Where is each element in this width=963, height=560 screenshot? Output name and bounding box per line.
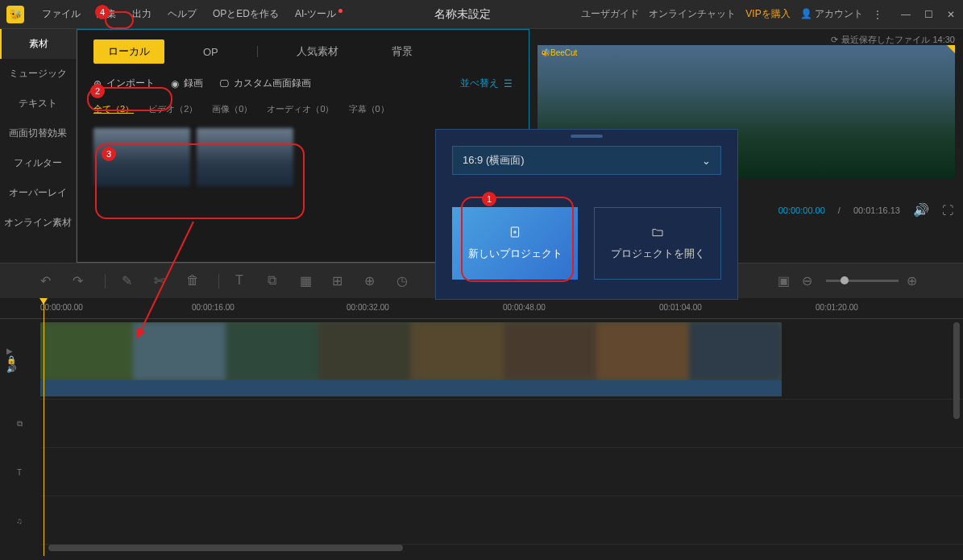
menu-file[interactable]: ファイル (34, 7, 89, 21)
sidebar-item-music[interactable]: ミュージック (0, 59, 76, 89)
video-track-icon: ▶🔒🔊 (6, 346, 16, 372)
redo-icon[interactable]: ↷ (73, 273, 89, 289)
pip-track[interactable]: ⧉ (40, 400, 963, 448)
project-title: 名称未設定 (344, 7, 581, 22)
audio-waveform[interactable] (40, 380, 782, 396)
grid-icon[interactable]: ⊞ (332, 273, 348, 289)
annotation-number-4: 4 (95, 5, 110, 19)
window-maximize[interactable]: ☐ (923, 9, 934, 20)
audio-track-icon: ♫ (3, 516, 35, 525)
ruler-tick: 00:01:20.00 (816, 303, 858, 312)
annotation-number-2: 2 (90, 84, 105, 98)
link-account[interactable]: 👤 アカウント (800, 7, 863, 21)
text-track-icon: T (3, 467, 35, 476)
zoom-in-icon[interactable]: ⊕ (907, 273, 923, 289)
undo-icon[interactable]: ↶ (40, 273, 56, 289)
custom-record-button[interactable]: 🖵 カスタム画面録画 (219, 77, 311, 90)
filter-audio[interactable]: オーディオ（0） (267, 103, 334, 115)
filter-all[interactable]: 全て（2） (93, 103, 134, 115)
menu-op-ed[interactable]: OPとEDを作る (205, 7, 287, 21)
new-project-button[interactable]: 新しいプロジェクト (452, 207, 578, 280)
link-vip[interactable]: VIPを購入 (745, 7, 790, 21)
watermark: 🐝BeeCut (541, 48, 577, 57)
time-separator: / (838, 205, 841, 215)
fit-icon[interactable]: ▣ (778, 273, 794, 289)
window-close[interactable]: ✕ (945, 9, 957, 20)
ruler-tick: 00:00:16.00 (192, 303, 235, 312)
media-tab-local[interactable]: ローカル (93, 39, 164, 64)
video-clip[interactable] (40, 322, 782, 380)
mosaic-icon[interactable]: ▦ (300, 273, 316, 289)
volume-icon[interactable]: 🔊 (913, 202, 929, 218)
sidebar-item-media[interactable]: 素材 (0, 29, 76, 59)
timeline: 00:00:00.00 00:00:16.00 00:00:32.00 00:0… (0, 298, 963, 556)
media-tab-popular[interactable]: 人気素材 (282, 39, 353, 64)
file-plus-icon (508, 226, 521, 239)
edit-icon[interactable]: ✎ (122, 273, 138, 289)
crop-icon[interactable]: ⧉ (268, 273, 284, 289)
cut-icon[interactable]: ✄ (154, 273, 170, 289)
audio-track[interactable]: ♫ (40, 496, 963, 545)
timeline-ruler[interactable]: 00:00:00.00 00:00:16.00 00:00:32.00 00:0… (0, 298, 963, 319)
zoom-slider[interactable] (826, 280, 899, 282)
kebab-menu-icon[interactable]: ⋮ (873, 9, 882, 20)
sidebar-item-filter[interactable]: フィルター (0, 148, 76, 178)
ruler-tick: 00:01:04.00 (659, 303, 702, 312)
sidebar-item-overlay[interactable]: オーバーレイ (0, 178, 76, 208)
record-button[interactable]: ◉ 録画 (171, 77, 203, 90)
left-sidebar: 素材 ミュージック テキスト 画面切替効果 フィルター オーバーレイ オンライン… (0, 29, 77, 263)
zoom-out-icon[interactable]: ⊖ (802, 273, 818, 289)
media-tab-op[interactable]: OP (189, 41, 233, 63)
link-online-chat[interactable]: オンラインチャット (649, 7, 736, 21)
current-time: 00:00:00.00 (778, 205, 825, 215)
zoom-icon[interactable]: ⊕ (364, 273, 380, 289)
ruler-tick: 00:00:32.00 (347, 303, 389, 312)
filter-subtitle[interactable]: 字幕（0） (349, 103, 389, 115)
text-icon[interactable]: T (235, 273, 251, 289)
app-logo: 🐝 (6, 6, 24, 23)
menu-ai-tools[interactable]: AI-ツール (287, 7, 344, 21)
menu-export[interactable]: 出力 (124, 7, 160, 21)
window-minimize[interactable]: — (900, 9, 911, 20)
annotation-number-1: 1 (482, 192, 496, 206)
total-time: 00:01:16.13 (853, 205, 900, 215)
text-track[interactable]: T (40, 448, 963, 496)
sidebar-item-transition[interactable]: 画面切替効果 (0, 118, 76, 148)
modal-drag-handle[interactable] (571, 135, 603, 138)
speed-icon[interactable]: ◷ (396, 273, 413, 289)
titlebar: 🐝 ファイル 編集 出力 ヘルプ OPとEDを作る AI-ツール 名称未設定 ユ… (0, 0, 963, 29)
menu-help[interactable]: ヘルプ (160, 7, 205, 21)
sidebar-item-text[interactable]: テキスト (0, 89, 76, 118)
sort-button[interactable]: 並べ替え ☰ (460, 77, 513, 90)
open-project-button[interactable]: プロジェクトを開く (594, 207, 721, 280)
sidebar-item-online[interactable]: オンライン素材 (0, 208, 76, 238)
folder-icon (651, 226, 664, 239)
vertical-scrollbar[interactable] (953, 322, 960, 419)
ruler-tick: 00:00:48.00 (503, 303, 546, 312)
aspect-ratio-select[interactable]: 16:9 (横画面) ⌄ (452, 146, 721, 175)
chevron-down-icon: ⌄ (702, 155, 711, 167)
video-track[interactable]: ▶🔒🔊 (40, 319, 963, 400)
corner-mark-icon (947, 45, 955, 53)
playhead[interactable] (44, 298, 44, 556)
last-saved-label: ⟳ 最近保存したファイル 14:30 (831, 34, 955, 46)
media-tab-bg[interactable]: 背景 (377, 39, 427, 64)
pip-track-icon: ⧉ (3, 419, 35, 429)
annotation-number-3: 3 (102, 147, 116, 161)
fullscreen-icon[interactable]: ⛶ (942, 204, 953, 217)
delete-icon[interactable]: 🗑 (186, 273, 202, 289)
horizontal-scrollbar[interactable] (48, 545, 403, 551)
filter-video[interactable]: ビデオ（2） (148, 103, 197, 115)
filter-image[interactable]: 画像（0） (212, 103, 252, 115)
link-user-guide[interactable]: ユーザガイド (581, 7, 639, 21)
media-thumb[interactable] (197, 128, 293, 186)
new-project-modal: 16:9 (横画面) ⌄ 新しいプロジェクト プロジェクトを開く (435, 129, 738, 300)
